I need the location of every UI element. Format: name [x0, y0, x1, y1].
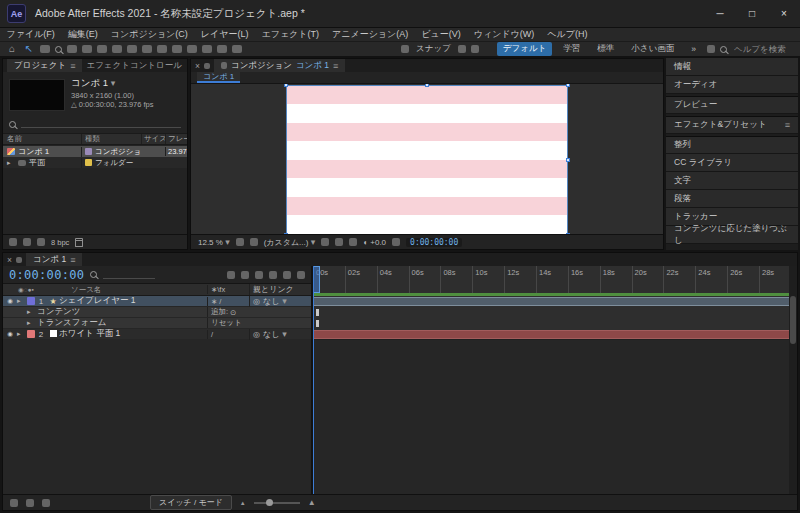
- panel-preview[interactable]: プレビュー: [666, 96, 798, 114]
- pan-behind-tool-icon[interactable]: [112, 45, 122, 53]
- shy-layers-icon[interactable]: [255, 271, 263, 279]
- panel-menu-icon[interactable]: ≡: [333, 61, 338, 71]
- workspace-tab-default[interactable]: デフォルト: [497, 42, 553, 56]
- layer-switches[interactable]: ∗ /: [207, 297, 249, 306]
- project-row-comp[interactable]: コンポ 1 コンポジション 23.976: [3, 146, 187, 157]
- menu-composition[interactable]: コンポジション(C): [104, 28, 194, 41]
- composition-viewport[interactable]: [191, 84, 663, 236]
- pan-camera-tool-icon[interactable]: [82, 45, 92, 53]
- twirl-icon[interactable]: ▸: [17, 297, 27, 305]
- parent-dropdown[interactable]: ◎ なし ▾: [249, 329, 311, 340]
- parent-dropdown[interactable]: ◎ なし ▾: [249, 296, 311, 307]
- roto-brush-tool-icon[interactable]: [217, 45, 227, 53]
- type-tool-icon[interactable]: [157, 45, 167, 53]
- expand-transfer-controls-icon[interactable]: [26, 499, 34, 507]
- expand-in-out-icon[interactable]: [42, 499, 50, 507]
- menu-view[interactable]: ビュー(V): [415, 28, 467, 41]
- project-item-title[interactable]: コンポ 1 ▾: [71, 77, 115, 90]
- menu-help[interactable]: ヘルプ(H): [541, 28, 594, 41]
- panel-character[interactable]: 文字: [666, 172, 798, 190]
- shape-tool-icon[interactable]: [127, 45, 137, 53]
- grid-guides-icon[interactable]: [236, 238, 244, 246]
- panel-effects-presets[interactable]: エフェクト&プリセット ≡: [666, 116, 798, 134]
- tab-project[interactable]: プロジェクト ≡: [7, 59, 82, 72]
- expand-layer-switches-icon[interactable]: [10, 499, 18, 507]
- brush-tool-icon[interactable]: [172, 45, 182, 53]
- switches-column-icons[interactable]: ∗\fx: [207, 285, 249, 294]
- snap-option-icon[interactable]: [458, 45, 466, 53]
- magnification-popup[interactable]: 12.5 % ▾: [198, 237, 230, 247]
- column-type[interactable]: 種類: [81, 134, 141, 144]
- panel-menu-icon[interactable]: ≡: [70, 255, 75, 265]
- maximize-button[interactable]: □: [736, 0, 768, 27]
- eye-toggle-icon[interactable]: ◉: [3, 297, 17, 305]
- graph-editor-icon[interactable]: [297, 271, 305, 279]
- panel-cc-libraries[interactable]: CC ライブラリ: [666, 154, 798, 172]
- label-color-swatch[interactable]: [27, 330, 35, 338]
- selection-tool-icon[interactable]: ↖: [23, 43, 35, 55]
- tab-effect-controls[interactable]: エフェクトコントロール シェイプ: [86, 60, 183, 72]
- menu-effect[interactable]: エフェクト(T): [255, 28, 326, 41]
- panel-menu-icon[interactable]: ≡: [70, 61, 75, 71]
- shape-layer-duration-bar[interactable]: [313, 297, 791, 306]
- panel-menu-icon[interactable]: ≡: [785, 120, 790, 130]
- resolution-popup[interactable]: (カスタム...) ▾: [264, 237, 316, 248]
- viewer-tab-comp1[interactable]: コンポ 1: [197, 72, 240, 83]
- panel-drop-zone-icon[interactable]: [16, 257, 22, 263]
- snapshot-icon[interactable]: [392, 238, 400, 246]
- snap-option2-icon[interactable]: [471, 45, 479, 53]
- workspace-overflow-icon[interactable]: »: [685, 43, 702, 55]
- selection-handle[interactable]: [284, 84, 288, 87]
- menu-animation[interactable]: アニメーション(A): [326, 28, 415, 41]
- rotation-tool-icon[interactable]: [97, 45, 107, 53]
- home-icon[interactable]: ⌂: [6, 43, 18, 55]
- pen-tool-icon[interactable]: [142, 45, 152, 53]
- source-name-column[interactable]: ソース名: [49, 285, 207, 295]
- label-color-chip[interactable]: [85, 159, 92, 166]
- orbit-camera-tool-icon[interactable]: [67, 45, 77, 53]
- exposure-control[interactable]: ◐ +0.0: [363, 238, 386, 247]
- transparency-grid-icon[interactable]: [335, 238, 343, 246]
- column-name[interactable]: 名前: [3, 134, 81, 144]
- interpret-footage-icon[interactable]: [9, 238, 17, 246]
- viewer-timecode[interactable]: 0:00:00:00: [406, 238, 462, 247]
- mask-visibility-icon[interactable]: [250, 238, 258, 246]
- workspace-tab-standard[interactable]: 標準: [591, 42, 620, 56]
- eye-toggle-icon[interactable]: ◉: [3, 330, 17, 338]
- playhead-handle[interactable]: [313, 266, 320, 293]
- twirl-icon[interactable]: ▸: [27, 308, 37, 316]
- twirl-icon[interactable]: ▸: [7, 159, 15, 167]
- scrollbar-thumb[interactable]: [790, 296, 796, 344]
- minimize-button[interactable]: ─: [704, 0, 736, 27]
- selection-handle[interactable]: [425, 84, 429, 87]
- parent-link-column[interactable]: 親とリンク: [249, 284, 311, 295]
- draft-3d-icon[interactable]: [241, 271, 249, 279]
- snap-magnet-icon[interactable]: [401, 45, 409, 53]
- pickwhip-icon[interactable]: ◎: [253, 297, 260, 306]
- composition-canvas[interactable]: [287, 86, 567, 234]
- frame-blending-icon[interactable]: [269, 271, 277, 279]
- pixel-aspect-icon[interactable]: [349, 238, 357, 246]
- workspace-panel-icon[interactable]: [707, 45, 715, 53]
- column-size[interactable]: サイズ: [141, 134, 165, 144]
- tab-timeline-comp1[interactable]: コンポ 1 ≡: [26, 253, 82, 266]
- motion-blur-icon[interactable]: [283, 271, 291, 279]
- selection-handle[interactable]: [566, 158, 570, 162]
- layer-name[interactable]: ホワイト 平面 1: [59, 328, 207, 340]
- layer-switches[interactable]: /: [207, 330, 249, 339]
- panel-content-aware-fill[interactable]: コンテンツに応じた塗りつぶし: [666, 226, 798, 244]
- snap-label[interactable]: スナップ: [414, 43, 453, 55]
- close-button[interactable]: ×: [768, 0, 800, 27]
- panel-audio[interactable]: オーディオ: [666, 76, 798, 94]
- label-color-chip[interactable]: [85, 148, 92, 155]
- trash-icon[interactable]: [75, 238, 83, 247]
- reset-transform-button[interactable]: リセット: [207, 318, 249, 328]
- puppet-pin-tool-icon[interactable]: [232, 45, 242, 53]
- add-icon[interactable]: ⊙: [230, 308, 236, 317]
- panel-info[interactable]: 情報: [666, 58, 798, 76]
- menu-file[interactable]: ファイル(F): [0, 28, 61, 41]
- menu-layer[interactable]: レイヤー(L): [194, 28, 255, 41]
- layer-row-solid[interactable]: ◉ ▸ 2 ホワイト 平面 1 / ◎ なし ▾: [3, 329, 311, 340]
- twirl-icon[interactable]: ▸: [17, 330, 27, 338]
- new-folder-icon[interactable]: [23, 238, 31, 246]
